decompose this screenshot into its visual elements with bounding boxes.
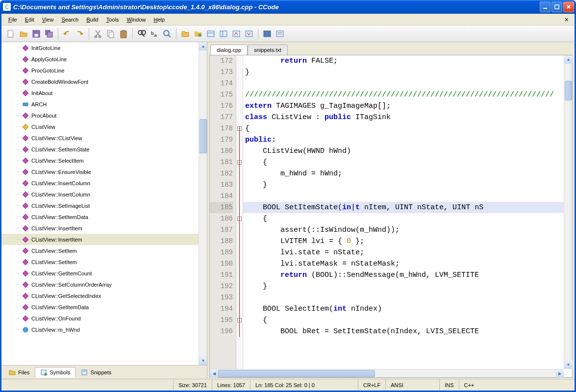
- list2-icon[interactable]: [217, 27, 230, 40]
- symbol-item[interactable]: ⋯CListView::SetColumnOrderArray: [1, 279, 207, 290]
- symbol-item[interactable]: ⋯CListView::GetSelectedIndex: [1, 290, 207, 301]
- paste-icon[interactable]: [117, 27, 130, 40]
- editor-hscrollbar[interactable]: ◀ ▶: [210, 369, 564, 377]
- save-all-icon[interactable]: [43, 27, 55, 40]
- sidebar-tab-files[interactable]: Files: [3, 367, 35, 378]
- new-file-icon[interactable]: [4, 27, 17, 40]
- symbol-item[interactable]: ⋯CListView::m_hWnd: [1, 324, 207, 335]
- editor-tab[interactable]: snippets.txt: [248, 45, 288, 55]
- code-line[interactable]: [243, 292, 572, 303]
- search-icon[interactable]: [161, 27, 174, 40]
- sidebar-tab-symbols[interactable]: Symbols: [35, 367, 75, 378]
- sidebar-scrollbar[interactable]: ▲ ▼: [199, 42, 207, 365]
- editor-vscrollbar[interactable]: ▲ ▼: [564, 55, 572, 369]
- code-line[interactable]: }: [243, 179, 572, 191]
- scroll-down-icon[interactable]: ▼: [199, 357, 207, 365]
- code-line[interactable]: extern TAGIMAGES g_TagImageMap[];: [243, 100, 572, 112]
- code-area[interactable]: return FALSE;}//////////////////////////…: [243, 55, 572, 377]
- symbol-item[interactable]: ⋯CListView::InsertItem: [1, 234, 207, 245]
- code-line[interactable]: lvi.stateMask = nStateMask;: [243, 258, 572, 270]
- symbol-item[interactable]: ⋯CListView::SetImageList: [1, 200, 207, 211]
- symbol-item[interactable]: ⋯CListView::SetItemState: [1, 144, 207, 155]
- scroll-left-icon[interactable]: ◀: [210, 369, 218, 378]
- menu-view[interactable]: View: [38, 16, 58, 24]
- scroll-up-icon[interactable]: ▲: [199, 42, 207, 50]
- folder2-icon[interactable]: [192, 27, 204, 40]
- code-line[interactable]: [243, 78, 572, 89]
- symbol-item[interactable]: ⋯ARCH: [1, 98, 207, 110]
- panel2-icon[interactable]: [274, 27, 286, 40]
- cut-icon[interactable]: [92, 27, 104, 40]
- scroll-down-icon[interactable]: ▼: [564, 361, 573, 369]
- code-line[interactable]: {: [243, 315, 572, 326]
- scroll-right-icon[interactable]: ▶: [555, 369, 564, 378]
- list4-icon[interactable]: [243, 27, 255, 40]
- symbol-item[interactable]: ⋯CListView::EnsureVisible: [1, 166, 207, 177]
- symbol-list[interactable]: ▲ ▼ ⋯InitGotoLine⋯ApplyGotoLine⋯ProcGoto…: [1, 42, 207, 365]
- symbol-item[interactable]: ⋯InitGotoLine: [1, 42, 207, 53]
- menu-window[interactable]: Window: [123, 16, 150, 24]
- symbol-item[interactable]: ⋯CListView::GetItemCount: [1, 268, 207, 279]
- code-line[interactable]: [243, 191, 572, 202]
- symbol-item[interactable]: ⋯CListView::SetItem: [1, 245, 207, 256]
- editor-tab[interactable]: dialog.cpp: [210, 45, 248, 55]
- open-icon[interactable]: [17, 27, 30, 40]
- undo-icon[interactable]: [61, 27, 74, 40]
- list1-icon[interactable]: [204, 27, 217, 40]
- code-line[interactable]: CListView(HWND hWnd): [243, 146, 572, 157]
- menu-edit[interactable]: Edit: [21, 16, 38, 24]
- symbol-item[interactable]: ⋯CListView::InsertColumn: [1, 177, 207, 189]
- panel1-icon[interactable]: [261, 27, 274, 40]
- symbol-item[interactable]: ⋯CListView::GetItemData: [1, 301, 207, 313]
- code-line[interactable]: class CListView : public ITagSink: [243, 112, 572, 123]
- symbol-item[interactable]: ⋯CListView::OnFound: [1, 313, 207, 324]
- code-line[interactable]: BOOL SetItemState(in|t nItem, UINT nStat…: [243, 202, 572, 213]
- scroll-thumb[interactable]: [218, 370, 375, 377]
- code-line[interactable]: {: [243, 123, 572, 134]
- menu-build[interactable]: Build: [82, 16, 102, 24]
- close-button[interactable]: [563, 1, 574, 12]
- code-line[interactable]: BOOL bRet = SetItemState(nIndex, LVIS_SE…: [243, 326, 572, 337]
- code-line[interactable]: return FALSE;: [243, 55, 572, 67]
- save-icon[interactable]: [30, 27, 43, 40]
- list3-icon[interactable]: [230, 27, 243, 40]
- fold-column[interactable]: −−−−: [236, 55, 243, 377]
- code-line[interactable]: m_hWnd = hWnd;: [243, 168, 572, 179]
- symbol-item[interactable]: ⋯ApplyGotoLine: [1, 53, 207, 65]
- symbol-item[interactable]: ⋯CListView::SetItemData: [1, 211, 207, 222]
- copy-icon[interactable]: [104, 27, 117, 40]
- scroll-thumb[interactable]: [565, 81, 572, 100]
- symbol-item[interactable]: ⋯ProcAbout: [1, 110, 207, 121]
- symbol-item[interactable]: ⋯ProcGotoLine: [1, 65, 207, 76]
- symbol-item[interactable]: ⋯InitAbout: [1, 87, 207, 98]
- code-line[interactable]: {: [243, 157, 572, 168]
- code-line[interactable]: public:: [243, 134, 572, 146]
- symbol-item[interactable]: ⋯CListView::InsertItem: [1, 222, 207, 234]
- find-replace-icon[interactable]: ba: [148, 27, 161, 40]
- code-line[interactable]: LVITEM lvi = { 0 };: [243, 236, 572, 247]
- maximize-button[interactable]: [551, 1, 562, 12]
- menu-file[interactable]: File: [4, 16, 21, 24]
- symbol-item[interactable]: ⋯CListView: [1, 121, 207, 132]
- folder1-icon[interactable]: [179, 27, 192, 40]
- symbol-item[interactable]: ⋯CreateBoldWindowFont: [1, 76, 207, 87]
- code-line[interactable]: BOOL SelectItem(int nIndex): [243, 303, 572, 315]
- redo-icon[interactable]: [74, 27, 86, 40]
- menu-tools[interactable]: Tools: [102, 16, 123, 24]
- code-line[interactable]: return (BOOL)::SendMessage(m_hWnd, LVM_S…: [243, 270, 572, 281]
- code-line[interactable]: }: [243, 67, 572, 78]
- code-line[interactable]: lvi.state = nState;: [243, 247, 572, 258]
- sidebar-tab-snippets[interactable]: Snippets: [75, 367, 117, 378]
- find-icon[interactable]: [135, 27, 148, 40]
- code-line[interactable]: {: [243, 213, 572, 224]
- editor-body[interactable]: 1721731741751761771781791801811821831841…: [209, 55, 573, 378]
- symbol-item[interactable]: ⋯CListView::InsertColumn: [1, 189, 207, 200]
- symbol-item[interactable]: ⋯CListView::CListView: [1, 132, 207, 144]
- code-line[interactable]: }: [243, 281, 572, 292]
- scroll-up-icon[interactable]: ▲: [564, 55, 573, 64]
- menu-search[interactable]: Search: [57, 16, 82, 24]
- minimize-button[interactable]: [540, 1, 551, 12]
- code-line[interactable]: assert(::IsWindow(m_hWnd));: [243, 224, 572, 236]
- menu-help[interactable]: Help: [150, 16, 169, 24]
- symbol-item[interactable]: ⋯CListView::SetItem: [1, 256, 207, 268]
